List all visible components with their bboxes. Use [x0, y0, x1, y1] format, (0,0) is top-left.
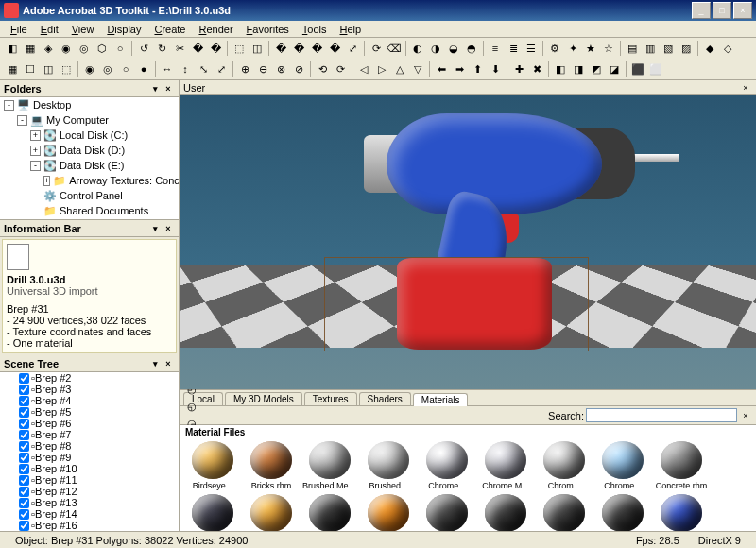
- scene-visibility-checkbox[interactable]: [19, 498, 29, 508]
- toolbar-button[interactable]: △: [391, 60, 408, 77]
- toolbar-button[interactable]: ○: [117, 60, 134, 77]
- search-input[interactable]: [586, 408, 737, 422]
- material-thumbnail[interactable]: [478, 494, 533, 531]
- toolbar-button[interactable]: ◒: [445, 40, 462, 57]
- toolbar-button[interactable]: ⤡: [195, 60, 212, 77]
- close-button[interactable]: ×: [733, 2, 752, 19]
- scene-visibility-checkbox[interactable]: [19, 407, 29, 418]
- menu-display[interactable]: Display: [100, 22, 147, 37]
- material-thumbnail[interactable]: [537, 494, 592, 531]
- scene-tree[interactable]: ▫Brep #2▫Brep #3▫Brep #4▫Brep #5▫Brep #6…: [0, 372, 179, 531]
- toolbar-button[interactable]: ◉: [58, 40, 75, 57]
- toolbar-button[interactable]: ◫: [40, 60, 57, 77]
- scene-visibility-checkbox[interactable]: [19, 419, 29, 429]
- scene-item[interactable]: ▫Brep #13: [0, 497, 179, 508]
- maximize-button[interactable]: □: [713, 2, 731, 19]
- tab-shaders[interactable]: Shaders: [359, 392, 411, 405]
- menu-create[interactable]: Create: [147, 22, 192, 37]
- minimize-button[interactable]: _: [692, 2, 711, 19]
- toolbar-button[interactable]: ☆: [600, 40, 617, 57]
- material-thumbnail[interactable]: [654, 494, 709, 531]
- toolbar-button[interactable]: ◧: [4, 40, 21, 57]
- toolbar-button[interactable]: ◵: [183, 399, 200, 416]
- toolbar-button[interactable]: �: [308, 40, 325, 57]
- scene-item[interactable]: ▫Brep #11: [0, 474, 179, 486]
- toolbar-button[interactable]: ⬛: [629, 60, 646, 77]
- material-thumbnail[interactable]: Brushed...: [361, 441, 416, 490]
- menu-file[interactable]: File: [4, 22, 34, 37]
- menu-render[interactable]: Render: [192, 22, 239, 37]
- toolbar-button[interactable]: ⬡: [94, 40, 111, 57]
- toolbar-button[interactable]: ◨: [570, 60, 587, 77]
- toolbar-button[interactable]: ≣: [505, 40, 522, 57]
- toolbar-button[interactable]: ◈: [40, 40, 57, 57]
- toolbar-button[interactable]: ⬜: [647, 60, 664, 77]
- material-thumbnail[interactable]: [185, 494, 240, 531]
- material-thumbnail[interactable]: Chrome M...: [478, 441, 533, 490]
- folder-item[interactable]: +💽Local Disk (C:): [0, 128, 179, 143]
- toolbar-button[interactable]: ⬅: [433, 60, 450, 77]
- material-thumbnail[interactable]: Concrete.rhm: [654, 441, 709, 490]
- toolbar-button[interactable]: ✦: [564, 40, 581, 57]
- toolbar-button[interactable]: ▧: [660, 40, 677, 57]
- toolbar-button[interactable]: �: [272, 40, 289, 57]
- pin-icon[interactable]: ▾: [148, 222, 162, 235]
- toolbar-button[interactable]: ↻: [153, 40, 170, 57]
- folder-item[interactable]: -🖥️Desktop: [0, 97, 179, 112]
- folder-item[interactable]: +💽Data Disk (D:): [0, 143, 179, 158]
- toolbar-button[interactable]: ★: [582, 40, 599, 57]
- toolbar-button[interactable]: ↺: [135, 40, 152, 57]
- toolbar-button[interactable]: ⬆: [469, 60, 486, 77]
- material-thumbnail[interactable]: Chrom...: [537, 441, 592, 490]
- toolbar-button[interactable]: ⚙: [546, 40, 563, 57]
- toolbar-button[interactable]: ✖: [528, 60, 545, 77]
- toolbar-button[interactable]: ●: [135, 60, 152, 77]
- tab-materials[interactable]: Materials: [413, 393, 469, 406]
- toolbar-button[interactable]: ⤢: [344, 40, 361, 57]
- toolbar-button[interactable]: ↔: [159, 60, 176, 77]
- material-thumbnail[interactable]: [595, 494, 650, 531]
- folder-item[interactable]: -💻My Computer: [0, 112, 179, 128]
- material-thumbnail[interactable]: Chrome...: [420, 441, 474, 490]
- toolbar-button[interactable]: �: [326, 40, 343, 57]
- scene-visibility-checkbox[interactable]: [19, 521, 29, 531]
- toolbar-button[interactable]: ⬚: [231, 40, 248, 57]
- material-thumbnail[interactable]: [420, 494, 474, 531]
- scene-item[interactable]: ▫Brep #9: [0, 452, 179, 463]
- material-thumbnail[interactable]: Chrome...: [595, 441, 650, 490]
- tab-textures[interactable]: Textures: [304, 392, 357, 405]
- toolbar-button[interactable]: ◆: [701, 40, 718, 57]
- toolbar-button[interactable]: ◇: [719, 40, 736, 57]
- scene-item[interactable]: ▫Brep #3: [0, 384, 179, 395]
- menu-edit[interactable]: Edit: [34, 22, 65, 37]
- toolbar-button[interactable]: ▦: [22, 40, 39, 57]
- scene-visibility-checkbox[interactable]: [19, 464, 29, 474]
- toolbar-button[interactable]: ◫: [249, 40, 266, 57]
- toolbar-button[interactable]: ⊘: [290, 60, 307, 77]
- toolbar-button[interactable]: ◧: [552, 60, 569, 77]
- toolbar-button[interactable]: ✂: [171, 40, 188, 57]
- menu-help[interactable]: Help: [334, 22, 369, 37]
- menu-view[interactable]: View: [65, 22, 101, 37]
- menu-favorites[interactable]: Favorites: [240, 22, 296, 37]
- scene-item[interactable]: ▫Brep #8: [0, 440, 179, 452]
- toolbar-button[interactable]: ⟳: [332, 60, 349, 77]
- pin-icon[interactable]: ▾: [148, 82, 162, 95]
- scene-item[interactable]: ▫Brep #4: [0, 395, 179, 406]
- close-panel-icon[interactable]: ×: [162, 82, 175, 95]
- toolbar-button[interactable]: ◁: [355, 60, 372, 77]
- scene-visibility-checkbox[interactable]: [19, 509, 29, 520]
- toolbar-button[interactable]: ⊗: [272, 60, 289, 77]
- close-panel-icon[interactable]: ×: [162, 222, 175, 235]
- material-thumbnail[interactable]: [361, 494, 416, 531]
- scene-item[interactable]: ▫Brep #7: [0, 429, 179, 440]
- close-panel-icon[interactable]: ×: [739, 81, 752, 94]
- toolbar-button[interactable]: ≡: [487, 40, 504, 57]
- scene-item[interactable]: ▫Brep #6: [0, 418, 179, 429]
- toolbar-button[interactable]: ◓: [463, 40, 480, 57]
- scene-item[interactable]: ▫Brep #16: [0, 520, 179, 531]
- toolbar-button[interactable]: ◉: [81, 60, 98, 77]
- toolbar-button[interactable]: ⟳: [368, 40, 385, 57]
- toolbar-button[interactable]: ○: [112, 40, 129, 57]
- scene-item[interactable]: ▫Brep #5: [0, 406, 179, 418]
